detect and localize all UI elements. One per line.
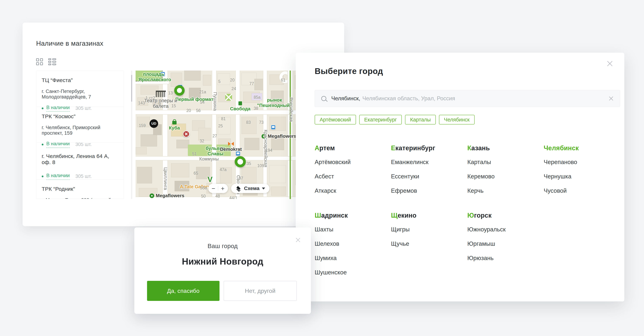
map-building-number: 50 xyxy=(201,194,206,199)
map-building-number: 83 xyxy=(246,120,251,125)
map-label-text: V xyxy=(208,175,212,184)
map-layers-button[interactable]: Схема xyxy=(231,184,270,193)
city-option[interactable]: Юрюзань xyxy=(468,255,494,261)
city-group-header-selected[interactable]: Челябинск xyxy=(544,144,579,152)
list-scrollbar-thumb[interactable] xyxy=(131,75,132,102)
city-group-header[interactable]: Щекино xyxy=(391,212,416,219)
store-list-item[interactable]: г. Челябинск, Ленина 64 А, оф. 8 В налич… xyxy=(36,142,124,179)
city-group-header[interactable]: Югорск xyxy=(468,212,492,219)
availability-link[interactable]: В наличии xyxy=(46,173,70,180)
poi-label: Megaflowers xyxy=(150,193,184,199)
grid-view-icon[interactable] xyxy=(36,58,43,65)
clear-search-icon[interactable] xyxy=(609,96,614,101)
map-building-number: 159 xyxy=(139,123,146,128)
store-name: ТРК “Космос” xyxy=(42,113,118,119)
group-rest: горск xyxy=(474,212,492,219)
city-option[interactable]: Шумиха xyxy=(315,255,337,261)
city-search-input[interactable]: Челябинск, Челябинская область, Урал, Ро… xyxy=(315,90,620,107)
city-option[interactable]: Черепаново xyxy=(544,159,577,165)
city-group: Щекино Щигры Щучье xyxy=(391,212,468,283)
group-initial: К xyxy=(468,144,471,152)
store-list: ТЦ “Фиеста” г. Санкт-Петербург, Молодогв… xyxy=(36,71,124,199)
map-building xyxy=(244,138,260,150)
group-rest: екино xyxy=(398,212,416,219)
decline-city-button[interactable]: Нет, другой xyxy=(224,281,297,301)
map-building-number: 6 xyxy=(158,101,161,106)
store-list-item[interactable]: ТЦ “Фиеста” г. Санкт-Петербург, Молодогв… xyxy=(36,71,124,107)
city-option[interactable]: Аткарск xyxy=(315,187,336,194)
city-group: Екатеринбург Еманжелинск Ессентуки Ефрем… xyxy=(391,144,468,202)
city-option[interactable]: Шелехов xyxy=(315,240,339,247)
city-groups-row-2: Шадринск Шахты Шелехов Шумиха Шушенское … xyxy=(315,212,620,283)
city-chip[interactable]: Челябинск xyxy=(439,115,474,124)
city-option[interactable]: Ефремов xyxy=(391,187,417,194)
store-location-marker[interactable] xyxy=(235,156,246,167)
confirm-buttons: Да, спасибо Нет, другой xyxy=(147,281,297,301)
map-building-number: 109 xyxy=(257,163,264,168)
map-building-number: 194 xyxy=(266,148,272,153)
map-building-number: 56а xyxy=(200,186,207,190)
city-option[interactable]: Чусовой xyxy=(544,187,567,194)
map-label-text: Demokrat xyxy=(220,147,242,152)
city-option[interactable]: Керемово xyxy=(468,173,495,180)
map-building-number: 24 xyxy=(232,86,236,91)
map-building xyxy=(140,134,157,146)
map-building xyxy=(242,117,256,134)
zoom-out-button[interactable]: − xyxy=(209,184,218,193)
map-building xyxy=(184,71,201,81)
accept-city-button[interactable]: Да, спасибо xyxy=(147,281,220,301)
map-building-number: 13 xyxy=(168,91,173,95)
close-icon[interactable] xyxy=(296,238,300,243)
list-scrollbar[interactable] xyxy=(131,71,132,199)
store-address: г. Санкт-Петербург, Молодогвардейцев, 7 xyxy=(42,89,118,100)
city-option[interactable]: Ессентуки xyxy=(391,173,419,180)
city-option[interactable]: Керчь xyxy=(468,187,484,194)
close-icon[interactable] xyxy=(607,61,613,67)
map-building xyxy=(254,79,263,90)
city-option[interactable]: Артёмовский xyxy=(315,159,350,165)
list-view-icon[interactable] xyxy=(48,58,56,65)
city-option[interactable]: Асбест xyxy=(315,173,334,180)
map-label-text: Megaflowers xyxy=(268,134,296,139)
group-initial: Ч xyxy=(544,144,548,152)
store-list-item[interactable]: ТРК “Космос” г. Челябинск, Приморский пр… xyxy=(36,107,124,142)
flower-icon xyxy=(150,194,154,198)
city-option[interactable]: Карталы xyxy=(468,159,491,165)
city-option[interactable]: Шахты xyxy=(315,226,334,233)
city-option[interactable]: Еманжелинск xyxy=(391,159,428,165)
map-building-number: 54 xyxy=(200,100,205,105)
city-group-header[interactable]: Казань xyxy=(468,144,490,152)
map-building-number: 35 xyxy=(246,161,251,166)
city-group-header[interactable]: Екатеринбург xyxy=(391,144,435,152)
screen: Наличие в магазинах ТЦ “Фиеста” г. Санкт… xyxy=(0,0,644,336)
map-label-text: Куба xyxy=(169,125,180,131)
city-option[interactable]: Южноуральск xyxy=(468,226,506,233)
store-name: г. Челябинск, Ленина 64 А, оф. 8 xyxy=(42,153,118,165)
city-option[interactable]: Чернушка xyxy=(544,173,571,180)
city-chip[interactable]: Карталы xyxy=(405,115,436,124)
city-chip[interactable]: Екатеринбург xyxy=(359,115,402,124)
store-name: ТРК “Родник” xyxy=(42,186,118,192)
group-initial: Е xyxy=(391,144,395,152)
map-building xyxy=(270,165,286,183)
zoom-in-button[interactable]: + xyxy=(218,184,227,193)
group-initial: А xyxy=(315,144,319,152)
city-option[interactable]: Щигры xyxy=(391,226,410,233)
poi-label: Demokrat xyxy=(220,142,242,152)
map-building-number: 47а xyxy=(220,167,226,172)
city-option[interactable]: Щучье xyxy=(391,240,409,247)
availability-dot-icon xyxy=(42,176,44,177)
city-group-header[interactable]: Артем xyxy=(315,144,335,152)
city-option[interactable]: Шушенское xyxy=(315,269,347,276)
map-label-text: Свобода xyxy=(230,106,250,112)
map-label-text: Российская xyxy=(289,97,294,122)
city-option[interactable]: Юргамыш xyxy=(468,240,495,247)
map-building xyxy=(271,138,284,150)
city-group-header[interactable]: Шадринск xyxy=(315,212,348,219)
poi-label: Куба xyxy=(169,119,180,131)
view-toggle xyxy=(36,58,56,65)
map-building xyxy=(171,163,189,177)
city-chip[interactable]: Артёмовский xyxy=(315,115,356,124)
group-rest: елябинск xyxy=(548,144,579,152)
store-list-item[interactable]: ТРК “Родник” г. Москва, Труда, 203 (глав… xyxy=(36,179,124,199)
